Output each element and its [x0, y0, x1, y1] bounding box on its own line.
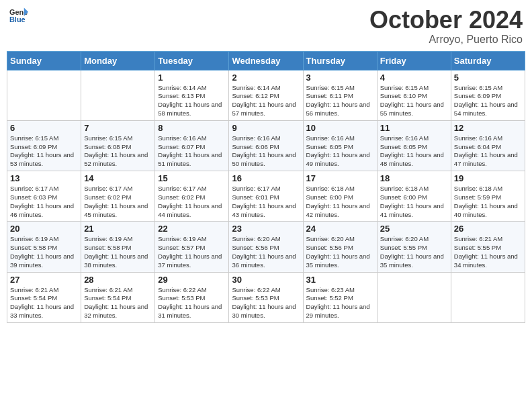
day-number: 9 — [232, 123, 300, 133]
title-block: October 2024 Arroyo, Puerto Rico — [369, 7, 523, 46]
day-cell: 2Sunrise: 6:14 AMSunset: 6:12 PMDaylight… — [229, 70, 303, 120]
logo-icon: General Blue — [9, 7, 28, 26]
day-cell — [7, 70, 81, 120]
header-row: Sunday Monday Tuesday Wednesday Thursday… — [7, 51, 525, 70]
day-number: 31 — [306, 275, 374, 285]
day-cell: 24Sunrise: 6:20 AMSunset: 5:56 PMDayligh… — [303, 222, 377, 272]
day-info: Sunrise: 6:16 AMSunset: 6:07 PMDaylight:… — [158, 134, 226, 169]
day-info: Sunrise: 6:15 AMSunset: 6:09 PMDaylight:… — [10, 134, 78, 169]
day-info: Sunrise: 6:23 AMSunset: 5:52 PMDaylight:… — [306, 286, 374, 320]
day-cell: 22Sunrise: 6:19 AMSunset: 5:57 PMDayligh… — [155, 222, 229, 272]
calendar-body: 1Sunrise: 6:14 AMSunset: 6:13 PMDaylight… — [7, 70, 525, 322]
day-cell: 30Sunrise: 6:22 AMSunset: 5:53 PMDayligh… — [229, 272, 303, 322]
day-info: Sunrise: 6:16 AMSunset: 6:04 PMDaylight:… — [454, 134, 522, 169]
day-info: Sunrise: 6:16 AMSunset: 6:05 PMDaylight:… — [306, 134, 374, 169]
day-cell — [451, 272, 525, 322]
day-cell: 26Sunrise: 6:21 AMSunset: 5:55 PMDayligh… — [451, 222, 525, 272]
day-number: 4 — [380, 73, 448, 83]
day-info: Sunrise: 6:18 AMSunset: 5:59 PMDaylight:… — [454, 185, 522, 219]
day-number: 15 — [158, 173, 226, 183]
day-info: Sunrise: 6:14 AMSunset: 6:12 PMDaylight:… — [232, 84, 300, 118]
header: General Blue October 2024 Arroyo, Puerto… — [7, 7, 525, 46]
day-cell: 17Sunrise: 6:18 AMSunset: 6:00 PMDayligh… — [303, 171, 377, 222]
day-number: 24 — [306, 224, 374, 234]
week-row-2: 6Sunrise: 6:15 AMSunset: 6:09 PMDaylight… — [7, 120, 525, 171]
day-number: 7 — [84, 123, 152, 133]
day-number: 13 — [10, 173, 78, 183]
day-info: Sunrise: 6:15 AMSunset: 6:08 PMDaylight:… — [84, 134, 152, 169]
week-row-4: 20Sunrise: 6:19 AMSunset: 5:58 PMDayligh… — [7, 222, 525, 272]
day-cell: 3Sunrise: 6:15 AMSunset: 6:11 PMDaylight… — [303, 70, 377, 120]
calendar-table: Sunday Monday Tuesday Wednesday Thursday… — [7, 51, 525, 323]
day-info: Sunrise: 6:19 AMSunset: 5:57 PMDaylight:… — [158, 235, 226, 269]
day-info: Sunrise: 6:20 AMSunset: 5:56 PMDaylight:… — [232, 235, 300, 269]
day-info: Sunrise: 6:14 AMSunset: 6:13 PMDaylight:… — [158, 84, 226, 118]
day-number: 2 — [232, 73, 300, 83]
day-number: 14 — [84, 173, 152, 183]
day-number: 17 — [306, 173, 374, 183]
day-number: 16 — [232, 173, 300, 183]
day-info: Sunrise: 6:21 AMSunset: 5:54 PMDaylight:… — [84, 286, 152, 320]
day-number: 25 — [380, 224, 448, 234]
day-number: 8 — [158, 123, 226, 133]
day-info: Sunrise: 6:15 AMSunset: 6:11 PMDaylight:… — [306, 84, 374, 118]
day-info: Sunrise: 6:16 AMSunset: 6:05 PMDaylight:… — [380, 134, 448, 169]
day-info: Sunrise: 6:15 AMSunset: 6:10 PMDaylight:… — [380, 84, 448, 118]
location-subtitle: Arroyo, Puerto Rico — [369, 34, 523, 46]
day-number: 23 — [232, 224, 300, 234]
day-number: 30 — [232, 275, 300, 285]
day-info: Sunrise: 6:21 AMSunset: 5:54 PMDaylight:… — [10, 286, 78, 320]
day-cell: 23Sunrise: 6:20 AMSunset: 5:56 PMDayligh… — [229, 222, 303, 272]
day-number: 21 — [84, 224, 152, 234]
day-cell: 27Sunrise: 6:21 AMSunset: 5:54 PMDayligh… — [7, 272, 81, 322]
day-cell: 28Sunrise: 6:21 AMSunset: 5:54 PMDayligh… — [81, 272, 155, 322]
day-number: 10 — [306, 123, 374, 133]
day-info: Sunrise: 6:17 AMSunset: 6:02 PMDaylight:… — [84, 185, 152, 219]
col-wednesday: Wednesday — [229, 51, 303, 70]
day-cell: 21Sunrise: 6:19 AMSunset: 5:58 PMDayligh… — [81, 222, 155, 272]
day-cell: 11Sunrise: 6:16 AMSunset: 6:05 PMDayligh… — [377, 120, 451, 171]
day-cell: 20Sunrise: 6:19 AMSunset: 5:58 PMDayligh… — [7, 222, 81, 272]
day-cell: 4Sunrise: 6:15 AMSunset: 6:10 PMDaylight… — [377, 70, 451, 120]
day-cell: 13Sunrise: 6:17 AMSunset: 6:03 PMDayligh… — [7, 171, 81, 222]
day-info: Sunrise: 6:20 AMSunset: 5:56 PMDaylight:… — [306, 235, 374, 269]
day-cell: 7Sunrise: 6:15 AMSunset: 6:08 PMDaylight… — [81, 120, 155, 171]
day-info: Sunrise: 6:17 AMSunset: 6:02 PMDaylight:… — [158, 185, 226, 219]
day-cell: 1Sunrise: 6:14 AMSunset: 6:13 PMDaylight… — [155, 70, 229, 120]
day-number: 1 — [158, 73, 226, 83]
day-info: Sunrise: 6:22 AMSunset: 5:53 PMDaylight:… — [232, 286, 300, 320]
day-number: 18 — [380, 173, 448, 183]
day-cell: 5Sunrise: 6:15 AMSunset: 6:09 PMDaylight… — [451, 70, 525, 120]
day-number: 27 — [10, 275, 78, 285]
day-number: 26 — [454, 224, 522, 234]
day-cell — [377, 272, 451, 322]
col-sunday: Sunday — [7, 51, 81, 70]
day-cell: 9Sunrise: 6:16 AMSunset: 6:06 PMDaylight… — [229, 120, 303, 171]
day-number: 19 — [454, 173, 522, 183]
day-info: Sunrise: 6:19 AMSunset: 5:58 PMDaylight:… — [84, 235, 152, 269]
day-info: Sunrise: 6:18 AMSunset: 6:00 PMDaylight:… — [380, 185, 448, 219]
week-row-3: 13Sunrise: 6:17 AMSunset: 6:03 PMDayligh… — [7, 171, 525, 222]
col-tuesday: Tuesday — [155, 51, 229, 70]
svg-text:Blue: Blue — [9, 15, 26, 24]
day-cell: 16Sunrise: 6:17 AMSunset: 6:01 PMDayligh… — [229, 171, 303, 222]
day-cell: 25Sunrise: 6:20 AMSunset: 5:55 PMDayligh… — [377, 222, 451, 272]
day-cell: 29Sunrise: 6:22 AMSunset: 5:53 PMDayligh… — [155, 272, 229, 322]
day-cell: 31Sunrise: 6:23 AMSunset: 5:52 PMDayligh… — [303, 272, 377, 322]
day-info: Sunrise: 6:21 AMSunset: 5:55 PMDaylight:… — [454, 235, 522, 269]
day-info: Sunrise: 6:16 AMSunset: 6:06 PMDaylight:… — [232, 134, 300, 169]
day-cell: 8Sunrise: 6:16 AMSunset: 6:07 PMDaylight… — [155, 120, 229, 171]
day-info: Sunrise: 6:19 AMSunset: 5:58 PMDaylight:… — [10, 235, 78, 269]
col-saturday: Saturday — [451, 51, 525, 70]
week-row-5: 27Sunrise: 6:21 AMSunset: 5:54 PMDayligh… — [7, 272, 525, 322]
day-info: Sunrise: 6:17 AMSunset: 6:01 PMDaylight:… — [232, 185, 300, 219]
day-number: 28 — [84, 275, 152, 285]
day-info: Sunrise: 6:22 AMSunset: 5:53 PMDaylight:… — [158, 286, 226, 320]
day-number: 5 — [454, 73, 522, 83]
day-number: 20 — [10, 224, 78, 234]
day-info: Sunrise: 6:15 AMSunset: 6:09 PMDaylight:… — [454, 84, 522, 118]
day-cell: 12Sunrise: 6:16 AMSunset: 6:04 PMDayligh… — [451, 120, 525, 171]
day-number: 22 — [158, 224, 226, 234]
col-friday: Friday — [377, 51, 451, 70]
day-number: 11 — [380, 123, 448, 133]
